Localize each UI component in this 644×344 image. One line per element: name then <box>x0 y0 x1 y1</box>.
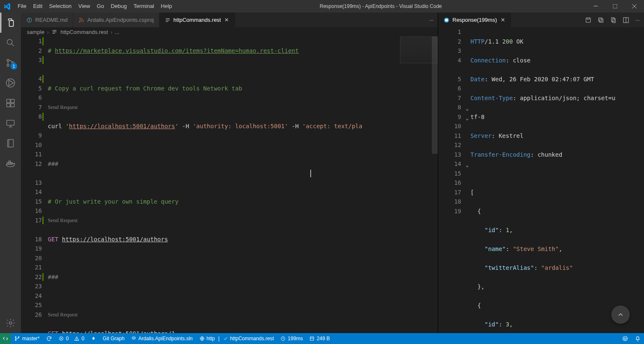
status-bell[interactable] <box>631 336 644 341</box>
status-branch[interactable]: master* <box>11 336 43 341</box>
vscode-logo-icon <box>3 3 11 10</box>
svg-point-57 <box>624 338 625 338</box>
preview-icon <box>443 17 450 23</box>
activity-search[interactable] <box>0 33 21 53</box>
status-sln[interactable]: Ardalis.ApiEndpoints.sln <box>128 336 196 341</box>
scroll-to-top-button[interactable] <box>611 305 630 324</box>
code-response[interactable]: HTTP/1.1 200 OK Connection: close Date: … <box>470 27 644 333</box>
svg-rect-14 <box>11 99 14 103</box>
split-icon[interactable] <box>623 17 629 23</box>
menu-selection[interactable]: Selection <box>46 0 75 13</box>
svg-point-27 <box>29 18 29 19</box>
status-size[interactable]: 249 B <box>306 336 333 341</box>
save-icon[interactable] <box>585 17 592 23</box>
tab-label: Ardalis.ApiEndpoints.csproj <box>87 17 153 23</box>
svg-rect-13 <box>11 103 14 107</box>
menu-terminal[interactable]: Terminal <box>130 0 157 13</box>
tabs-main: README.md Ardalis.ApiEndpoints.csproj ht… <box>21 13 438 27</box>
svg-point-7 <box>7 65 9 67</box>
svg-rect-36 <box>445 19 448 21</box>
status-proto[interactable]: http <box>196 336 218 341</box>
status-file[interactable]: httpCommands.rest <box>220 336 278 341</box>
svg-point-45 <box>15 339 16 340</box>
close-window-button[interactable] <box>625 0 644 13</box>
svg-rect-54 <box>310 337 314 340</box>
activity-remote[interactable] <box>0 113 21 133</box>
svg-marker-9 <box>9 80 13 86</box>
close-tab-icon[interactable]: ✕ <box>223 17 230 23</box>
copy-icon[interactable] <box>597 17 604 23</box>
svg-point-28 <box>79 21 80 22</box>
menu-go[interactable]: Go <box>93 0 107 13</box>
activity-book[interactable] <box>0 133 21 153</box>
chevron-right-icon: › <box>111 29 112 35</box>
window-controls <box>586 0 644 13</box>
files-icon[interactable] <box>610 17 617 23</box>
chevron-right-icon: › <box>47 29 49 35</box>
scm-badge: 1 <box>10 63 17 70</box>
svg-rect-11 <box>7 99 10 103</box>
lines-icon <box>164 17 171 23</box>
activity-settings[interactable] <box>0 313 21 333</box>
fold-icon[interactable]: ⌄ <box>466 114 469 123</box>
tab-httpcommands[interactable]: httpCommands.rest ✕ <box>159 13 236 27</box>
breadcrumb-item[interactable]: sample <box>27 29 44 35</box>
menu-view[interactable]: View <box>75 0 93 13</box>
titlebar: File Edit Selection View Go Debug Termin… <box>0 0 644 13</box>
svg-point-44 <box>15 336 16 337</box>
send-request-codelens[interactable]: Send Request <box>48 103 438 112</box>
svg-rect-18 <box>8 140 13 147</box>
minimap[interactable] <box>398 36 438 333</box>
breadcrumb-item[interactable]: httpCommands.rest <box>60 29 108 35</box>
status-flame[interactable] <box>88 336 99 341</box>
svg-rect-41 <box>613 18 615 22</box>
status-time[interactable]: 199ms <box>277 336 306 341</box>
menu-debug[interactable]: Debug <box>107 0 130 13</box>
more-actions-icon[interactable]: ··· <box>429 17 434 23</box>
send-request-codelens[interactable]: Send Request <box>48 216 438 225</box>
status-sync[interactable] <box>43 336 55 341</box>
menu-edit[interactable]: Edit <box>30 0 46 13</box>
svg-rect-39 <box>599 18 602 21</box>
tab-readme[interactable]: README.md <box>21 13 73 27</box>
close-tab-icon[interactable]: ✕ <box>499 17 506 23</box>
status-remote[interactable] <box>0 333 11 344</box>
menu-file[interactable]: File <box>14 0 30 13</box>
svg-rect-12 <box>7 103 10 107</box>
svg-point-51 <box>77 340 77 340</box>
status-git-graph[interactable]: Git Graph <box>99 336 128 341</box>
breadcrumb[interactable]: sample › httpCommands.rest › ... <box>21 27 438 36</box>
svg-rect-40 <box>611 18 614 21</box>
editor-main[interactable]: 123 45678 9101112 1314151617 18192021222… <box>21 36 438 333</box>
tab-label: httpCommands.rest <box>174 17 221 23</box>
svg-point-58 <box>626 338 626 338</box>
status-feedback[interactable] <box>619 336 631 341</box>
activity-explorer[interactable] <box>0 13 21 33</box>
gutter-response: 1234 5678⌄9⌄1011121314⌄1516171819 <box>438 27 470 333</box>
activity-scm[interactable]: 1 <box>0 53 21 73</box>
window-title: Response(199ms) - ApiEndpoints - Visual … <box>175 3 586 9</box>
activity-extensions[interactable] <box>0 93 21 113</box>
svg-point-6 <box>7 59 9 62</box>
fold-icon[interactable]: ⌄ <box>466 160 469 170</box>
activity-debug[interactable] <box>0 73 21 93</box>
activity-docker[interactable] <box>0 153 21 173</box>
code-main[interactable]: # https://marketplace.visualstudio.com/i… <box>48 36 438 333</box>
status-problems[interactable]: 0 0 <box>55 336 88 341</box>
tab-response[interactable]: Response(199ms) ✕ <box>438 13 512 27</box>
maximize-button[interactable] <box>605 0 625 13</box>
info-icon <box>26 17 33 23</box>
svg-rect-1 <box>613 4 617 8</box>
editor-response[interactable]: 1234 5678⌄9⌄1011121314⌄1516171819 HTTP/1… <box>438 27 644 333</box>
tab-csproj[interactable]: Ardalis.ApiEndpoints.csproj <box>73 13 159 27</box>
activity-bar: 1 <box>0 13 21 333</box>
breadcrumb-item[interactable]: ... <box>115 29 119 35</box>
fold-icon[interactable]: ⌄ <box>466 104 469 114</box>
send-request-codelens[interactable]: Send Request <box>48 310 438 320</box>
minimize-button[interactable] <box>586 0 605 13</box>
menu-help[interactable]: Help <box>158 0 176 13</box>
status-bar: master* 0 0 Git Graph Ardalis.ApiEndpoin… <box>0 333 644 344</box>
svg-point-56 <box>623 336 628 341</box>
editor-group-main: README.md Ardalis.ApiEndpoints.csproj ht… <box>21 13 438 333</box>
more-actions-icon[interactable]: ··· <box>635 17 640 23</box>
